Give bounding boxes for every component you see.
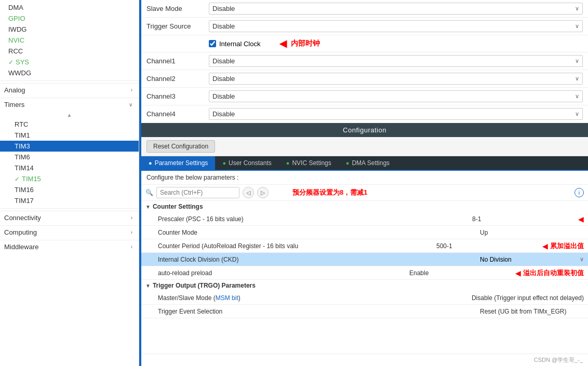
- msm-bit-text: MSM bit: [216, 294, 238, 302]
- sidebar-item-tim3[interactable]: TIM3: [0, 141, 139, 152]
- internal-clock-annotation-text: 内部时钟: [291, 39, 320, 48]
- sidebar-item-rcc[interactable]: RCC: [0, 46, 139, 57]
- params-header-text: Configure the below parameters :: [141, 171, 588, 185]
- master-slave-mode-row: Master/Slave Mode (MSM bit) Disable (Tri…: [141, 291, 588, 305]
- param-settings-check-icon: ●: [149, 160, 152, 166]
- counter-settings-collapse-icon: ▼: [145, 204, 151, 210]
- channel3-label: Channel3: [146, 92, 209, 100]
- ckd-select[interactable]: No Division ∨: [480, 256, 584, 263]
- channel2-select[interactable]: Disable ∨: [209, 73, 583, 85]
- prescaler-arrow-icon: ◀: [578, 215, 584, 223]
- sidebar-item-tim16[interactable]: TIM16: [0, 184, 139, 195]
- divider-2: [0, 208, 139, 209]
- tab-dma-settings[interactable]: ● DMA Settings: [339, 156, 397, 170]
- sidebar-item-tim6[interactable]: TIM6: [0, 152, 139, 162]
- params-area: Configure the below parameters : 🔍 ◁ ▷ 预…: [141, 171, 588, 354]
- channel4-row: Channel4 Disable ∨: [141, 105, 588, 123]
- sidebar-section-computing[interactable]: Computing ›: [0, 225, 139, 239]
- sidebar-item-wwdg[interactable]: WWDG: [0, 67, 139, 78]
- channel1-label: Channel1: [146, 57, 209, 65]
- info-button[interactable]: i: [574, 188, 584, 197]
- channel3-row: Channel3 Disable ∨: [141, 88, 588, 105]
- sidebar-item-iwdg[interactable]: IWDG: [0, 24, 139, 35]
- trigger-source-select[interactable]: Disable ∨: [209, 20, 583, 32]
- internal-clock-checkbox-label[interactable]: Internal Clock: [209, 40, 271, 48]
- chevron-right-icon-3: ›: [131, 229, 132, 235]
- tab-parameter-settings[interactable]: ● Parameter Settings: [141, 156, 215, 170]
- sidebar-item-tim1[interactable]: TIM1: [0, 130, 139, 141]
- tabs-row: ● Parameter Settings ● User Constants ● …: [141, 156, 588, 171]
- trigger-source-chevron-icon: ∨: [575, 23, 579, 30]
- divider-1: [0, 80, 139, 81]
- trgo-group-header[interactable]: ▼ Trigger Output (TRGO) Parameters: [141, 280, 588, 291]
- chevron-right-icon: ›: [131, 87, 132, 93]
- sidebar-section-timers[interactable]: Timers ∨: [0, 98, 139, 111]
- sidebar-section-connectivity[interactable]: Connectivity ›: [0, 211, 139, 224]
- slave-mode-chevron-icon: ∨: [575, 5, 579, 12]
- channel2-chevron-icon: ∨: [575, 75, 579, 82]
- counter-period-value: 500-1: [436, 242, 540, 250]
- chevron-right-icon-4: ›: [131, 244, 132, 250]
- slave-mode-label: Slave Mode: [146, 5, 209, 12]
- sidebar-item-tim15[interactable]: ✓ TIM15: [0, 173, 139, 184]
- channel4-select[interactable]: Disable ∨: [209, 108, 583, 120]
- counter-mode-row: Counter Mode Up: [141, 226, 588, 239]
- trigger-event-label: Trigger Event Selection: [158, 308, 480, 315]
- reset-configuration-button[interactable]: Reset Configuration: [146, 140, 215, 153]
- tim15-check-icon: ✓: [15, 175, 20, 183]
- search-icon: 🔍: [145, 189, 153, 196]
- tab-nvic-settings[interactable]: ● NVIC Settings: [279, 156, 339, 170]
- sidebar-item-gpio[interactable]: GPIO: [0, 13, 139, 24]
- channel1-select[interactable]: Disable ∨: [209, 55, 583, 67]
- channel2-row: Channel2 Disable ∨: [141, 70, 588, 88]
- auto-reload-value: Enable: [409, 269, 513, 277]
- configuration-header: Configuration: [141, 123, 588, 137]
- prescaler-annotation-text: 预分频器设置为8，需减1: [292, 188, 367, 197]
- prescaler-row: Prescaler (PSC - 16 bits value) 8-1 ◀: [141, 212, 588, 226]
- chevron-right-icon-2: ›: [131, 215, 132, 221]
- trgo-collapse-icon: ▼: [145, 283, 151, 289]
- prescaler-value: 8-1: [472, 215, 576, 223]
- sidebar-item-tim14[interactable]: TIM14: [0, 162, 139, 173]
- counter-mode-value: Up: [480, 229, 584, 236]
- auto-reload-annotation-text: 溢出后自动重装初值: [523, 268, 584, 278]
- scroll-up-indicator: ▲: [0, 111, 139, 119]
- counter-period-label: Counter Period (AutoReload Register - 16…: [158, 242, 436, 250]
- channel1-row: Channel1 Disable ∨: [141, 52, 588, 70]
- sidebar-section-analog[interactable]: Analog ›: [0, 83, 139, 97]
- slave-mode-select[interactable]: Disable ∨: [209, 3, 583, 15]
- sidebar-item-rtc[interactable]: RTC: [0, 119, 139, 130]
- reset-btn-row: Reset Configuration: [141, 137, 588, 156]
- channel4-chevron-icon: ∨: [575, 111, 579, 117]
- prev-result-button[interactable]: ◁: [243, 187, 254, 198]
- channel3-select[interactable]: Disable ∨: [209, 90, 583, 102]
- counter-mode-label: Counter Mode: [158, 229, 480, 236]
- user-constants-check-icon: ●: [222, 160, 226, 166]
- main-content: Slave Mode Disable ∨ Trigger Source Disa…: [141, 0, 588, 366]
- sidebar-section-middleware[interactable]: Middleware ›: [0, 240, 139, 253]
- footer: CSDN @学生哥_-_: [141, 354, 588, 366]
- search-row: 🔍 ◁ ▷ 预分频器设置为8，需减1 i: [141, 185, 588, 201]
- counter-settings-group-header[interactable]: ▼ Counter Settings: [141, 201, 588, 212]
- channel4-label: Channel4: [146, 110, 209, 118]
- trigger-event-value: Reset (UG bit from TIMx_EGR): [480, 308, 584, 315]
- sidebar-item-tim17[interactable]: TIM17: [0, 195, 139, 206]
- master-slave-mode-value: Disable (Trigger input effect not delaye…: [472, 294, 584, 302]
- channel2-label: Channel2: [146, 75, 209, 83]
- trigger-source-row: Trigger Source Disable ∨: [141, 18, 588, 35]
- auto-reload-row: auto-reload preload Enable ◀ 溢出后自动重装初值: [141, 266, 588, 280]
- chevron-down-icon: ∨: [129, 102, 132, 107]
- nvic-settings-check-icon: ●: [286, 160, 290, 166]
- counter-period-arrow-icon: ◀: [542, 242, 548, 250]
- internal-clock-checkbox[interactable]: [209, 40, 216, 47]
- internal-clock-division-row[interactable]: Internal Clock Division (CKD) No Divisio…: [141, 253, 588, 266]
- search-input[interactable]: [156, 187, 239, 198]
- auto-reload-label: auto-reload preload: [158, 269, 409, 277]
- tab-user-constants[interactable]: ● User Constants: [215, 156, 278, 170]
- next-result-button[interactable]: ▷: [257, 187, 269, 198]
- counter-period-row: Counter Period (AutoReload Register - 16…: [141, 239, 588, 253]
- sidebar-item-dma[interactable]: DMA: [0, 2, 139, 13]
- sidebar-item-nvic[interactable]: NVIC: [0, 35, 139, 46]
- prescaler-label: Prescaler (PSC - 16 bits value): [158, 215, 472, 223]
- sidebar-item-sys[interactable]: ✓ SYS: [0, 57, 139, 67]
